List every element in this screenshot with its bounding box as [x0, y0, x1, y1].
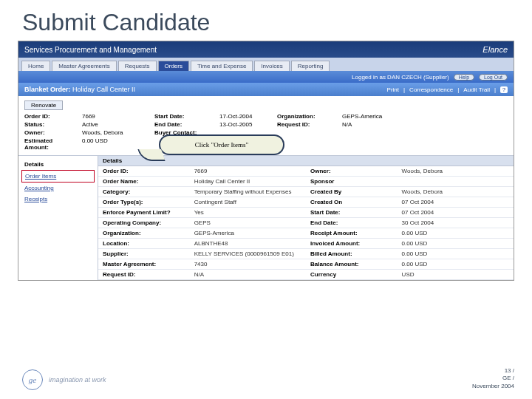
organization-value: GEPS-America: [342, 113, 386, 120]
tab-home[interactable]: Home: [21, 61, 50, 71]
slide-title: Submit Candidate: [0, 0, 532, 41]
table-row: Category:Temporary Staffing without Expe…: [98, 187, 514, 197]
footer-date: November 2004: [472, 383, 514, 390]
start-date-label: Start Date:: [154, 113, 214, 120]
table-row: Order ID:7669Owner:Woods, Debora: [98, 166, 514, 177]
details-wrap: Details Order Items Accounting Receipts …: [18, 156, 514, 280]
footer-ge: GE /: [472, 375, 514, 382]
tab-time-expense[interactable]: Time and Expense: [191, 61, 253, 71]
audit-trail-link[interactable]: Audit Trail: [463, 86, 490, 93]
owner-value: Woods, Debora: [82, 129, 149, 136]
app-header: Services Procurement and Management Elan…: [18, 41, 514, 58]
table-row: Enforce Payment Limit?YesStart Date:07 O…: [98, 208, 514, 218]
sub-bar: Logged in as DAN CZECH (Supplier) Help L…: [18, 71, 514, 83]
end-date-value: 13-Oct-2005: [219, 121, 271, 128]
start-date-value: 17-Oct-2004: [219, 113, 271, 120]
sidebar-item-details[interactable]: Details: [21, 159, 95, 170]
order-header-bar: Blanket Order: Holiday Call Center II Pr…: [18, 83, 514, 96]
tab-reporting[interactable]: Reporting: [291, 61, 330, 71]
status-label: Status:: [24, 121, 76, 128]
logout-button[interactable]: Log Out: [479, 74, 508, 81]
slide-footer: ge imagination at work 13 / GE / Novembe…: [22, 367, 514, 390]
organization-label: Organization:: [277, 113, 336, 120]
instruction-callout: Click "Order Items": [159, 134, 284, 155]
tab-invoices[interactable]: Invoices: [254, 61, 289, 71]
tab-requests[interactable]: Requests: [118, 61, 157, 71]
order-id-value: 7669: [82, 113, 149, 120]
estimated-amount-label: Estimated Amount:: [24, 137, 76, 151]
renovate-button[interactable]: Renovate: [24, 100, 63, 110]
details-table: Order ID:7669Owner:Woods, DeboraOrder Na…: [98, 166, 514, 280]
sidebar-item-receipts[interactable]: Receipts: [21, 194, 95, 205]
details-main: Details Order ID:7669Owner:Woods, Debora…: [98, 156, 514, 280]
order-title-label: Blanket Order:: [24, 86, 71, 93]
tab-bar: Home Master Agreements Requests Orders T…: [18, 58, 514, 71]
app-title: Services Procurement and Management: [24, 46, 157, 54]
sidebar-item-order-items[interactable]: Order Items: [21, 170, 95, 183]
app-window: Services Procurement and Management Elan…: [18, 41, 514, 281]
table-row: Organization:GEPS-AmericaReceipt Amount:…: [98, 228, 514, 239]
page-number: 13 /: [472, 367, 514, 375]
tab-orders[interactable]: Orders: [158, 61, 189, 71]
sidebar-item-accounting[interactable]: Accounting: [21, 183, 95, 194]
table-row: Supplier:KELLY SERVICES (0000961509 E01)…: [98, 249, 514, 259]
order-title-value: Holiday Call Center II: [72, 86, 135, 93]
summary-panel: Renovate Order ID: 7669 Start Date: 17-O…: [18, 96, 514, 156]
side-nav: Details Order Items Accounting Receipts: [18, 156, 98, 280]
owner-label: Owner:: [24, 129, 76, 136]
order-id-label: Order ID:: [24, 113, 76, 120]
table-row: Request ID:N/ACurrencyUSD: [98, 270, 514, 280]
end-date-label: End Date:: [154, 121, 214, 128]
footer-tagline: imagination at work: [49, 376, 106, 383]
request-id-label: Request ID:: [277, 121, 336, 128]
table-row: Master Agreement:7430Balance Amount:0.00…: [98, 259, 514, 270]
table-row: Operating Company:GEPSEnd Date:30 Oct 20…: [98, 218, 514, 228]
table-row: Order Type(s):Contingent StaffCreated On…: [98, 197, 514, 208]
correspondence-link[interactable]: Correspondence: [409, 86, 453, 93]
table-row: Location:ALBNTHE48Invoiced Amount:0.00 U…: [98, 239, 514, 249]
status-value: Active: [82, 121, 149, 128]
help-icon[interactable]: ?: [500, 86, 508, 93]
table-row: Order Name:Holiday Call Center IISponsor: [98, 177, 514, 187]
request-id-value: N/A: [342, 121, 386, 128]
print-link[interactable]: Print: [387, 86, 399, 93]
help-button[interactable]: Help: [454, 74, 474, 81]
brand-logo: Elance: [482, 45, 508, 54]
ge-logo-icon: ge: [22, 369, 43, 390]
tab-master-agreements[interactable]: Master Agreements: [52, 61, 116, 71]
logged-in-text: Logged in as DAN CZECH (Supplier): [352, 74, 449, 81]
